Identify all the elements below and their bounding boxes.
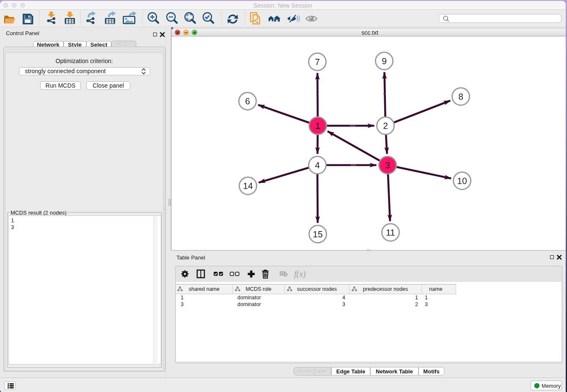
svg-text:9: 9 [382,56,387,66]
svg-text:10: 10 [457,176,467,186]
svg-text:Memory: Memory [542,383,561,389]
svg-text:7: 7 [315,57,320,66]
svg-text:4: 4 [315,160,320,170]
svg-text:14: 14 [243,181,253,190]
svg-text:3: 3 [385,160,390,170]
svg-text:2: 2 [383,121,388,131]
svg-text:f(x): f(x) [294,269,306,279]
svg-text:6: 6 [245,96,250,106]
svg-text:15: 15 [313,229,322,239]
svg-text:11: 11 [386,228,395,237]
svg-text:8: 8 [458,92,463,102]
svg-text:1: 1 [315,121,320,130]
